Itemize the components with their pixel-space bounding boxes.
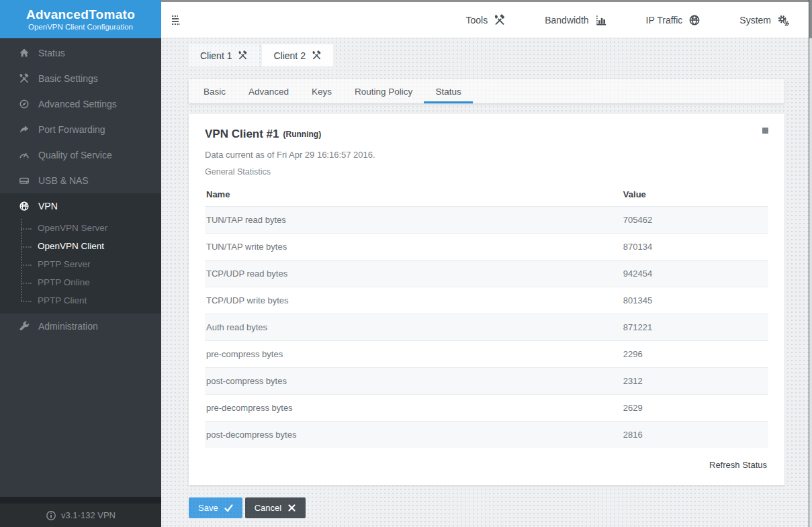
table-row: pre-decompress bytes 2629 — [205, 395, 768, 422]
version-label: v3.1-132 VPN — [61, 510, 116, 520]
topnav-system[interactable]: System — [739, 14, 789, 26]
subitem-label: OpenVPN Client — [38, 241, 104, 251]
footer-shadow — [0, 497, 161, 504]
table-row: Auth read bytes 871221 — [205, 314, 768, 341]
topnav-label: System — [739, 15, 771, 26]
sidebar-item-port-forwarding[interactable]: Port Forwarding — [0, 117, 161, 142]
sidebar-item-basic-settings[interactable]: Basic Settings — [0, 66, 161, 91]
sidebar-item-qos[interactable]: Quality of Service — [0, 142, 161, 168]
sidebar-item-label: Port Forwarding — [38, 124, 105, 135]
sidebar-item-usb-nas[interactable]: USB & NAS — [0, 168, 161, 193]
sidebar-vpn-group: VPN OpenVPN Server OpenVPN Client PPTP S… — [0, 193, 161, 314]
sidebar-item-vpn[interactable]: VPN — [0, 193, 161, 219]
sidebar-subitem-openvpn-client[interactable]: OpenVPN Client — [0, 237, 161, 255]
sidebar-subitem-openvpn-server[interactable]: OpenVPN Server — [0, 219, 161, 237]
refresh-status-link[interactable]: Refresh Status — [709, 460, 767, 470]
tab-status[interactable]: Status — [424, 79, 472, 103]
stat-name: pre-compress bytes — [205, 341, 622, 368]
gauge-icon — [19, 150, 30, 160]
sidebar-item-label: Administration — [38, 321, 98, 332]
stat-name: TUN/TAP write bytes — [205, 234, 622, 260]
tab-basic[interactable]: Basic — [192, 79, 237, 103]
sidebar-item-label: Basic Settings — [38, 73, 98, 84]
tab-client-2[interactable]: Client 2 — [262, 44, 332, 66]
stat-name: post-compress bytes — [205, 368, 622, 395]
stat-name: TCP/UDP write bytes — [205, 287, 622, 314]
tab-keys[interactable]: Keys — [300, 79, 343, 103]
page-subtitle: OpenVPN Client Configuration — [28, 23, 133, 31]
bar-chart-icon — [595, 14, 607, 26]
section-tabs: Basic Advanced Keys Routing Policy Statu… — [189, 79, 784, 103]
running-status: (Running) — [283, 128, 322, 139]
sidebar-item-label: Quality of Service — [38, 150, 112, 160]
topnav-label: IP Traffic — [646, 15, 683, 26]
topbar: Tools Bandwidth IP Traffic System — [161, 0, 812, 38]
action-buttons: Save Cancel — [189, 497, 784, 518]
cancel-button[interactable]: Cancel — [245, 497, 306, 518]
sidebar-item-administration[interactable]: Administration — [0, 314, 161, 339]
tools-icon — [312, 50, 322, 60]
sidebar-item-advanced-settings[interactable]: Advanced Settings — [0, 91, 161, 117]
stat-value: 801345 — [622, 287, 768, 314]
stat-name: TCP/UDP read bytes — [205, 260, 622, 287]
app-title: AdvancedTomato — [26, 7, 135, 22]
tab-advanced[interactable]: Advanced — [237, 79, 300, 103]
tools-icon — [19, 73, 30, 84]
sidebar-item-label: Status — [38, 48, 65, 58]
stat-name: TUN/TAP read bytes — [205, 207, 622, 234]
table-row: TCP/UDP write bytes 801345 — [205, 287, 768, 314]
sidebar-item-label: Advanced Settings — [38, 99, 117, 109]
topnav-ip-traffic[interactable]: IP Traffic — [646, 14, 701, 26]
main-area: Tools Bandwidth IP Traffic System — [161, 0, 812, 527]
table-row: pre-compress bytes 2296 — [205, 341, 768, 368]
stat-value: 2296 — [622, 341, 768, 368]
tab-routing-policy[interactable]: Routing Policy — [343, 79, 424, 103]
sidebar-subitem-pptp-client[interactable]: PPTP Client — [0, 291, 161, 309]
tab-label: Client 2 — [273, 50, 305, 61]
tab-label: Client 1 — [200, 50, 232, 61]
topnav-label: Tools — [466, 15, 488, 26]
tab-client-1[interactable]: Client 1 — [189, 44, 259, 66]
drive-icon — [19, 175, 30, 186]
stat-name: Auth read bytes — [205, 314, 622, 341]
topnav-bandwidth[interactable]: Bandwidth — [545, 14, 606, 26]
save-button[interactable]: Save — [189, 497, 242, 518]
scrollbar[interactable] — [809, 0, 812, 527]
client-tabs: Client 1 Client 2 — [189, 44, 784, 66]
sidebar: AdvancedTomato OpenVPN Client Configurat… — [0, 0, 161, 527]
menu-toggle-icon[interactable] — [171, 13, 189, 28]
cancel-label: Cancel — [255, 503, 281, 513]
forward-arrow-icon — [19, 124, 30, 135]
save-label: Save — [198, 503, 218, 513]
sidebar-item-status[interactable]: Status — [0, 40, 161, 66]
topnav-label: Bandwidth — [545, 15, 588, 26]
sidebar-footer-area: v3.1-132 VPN — [0, 497, 161, 527]
stat-value: 942454 — [622, 260, 768, 287]
stat-name: post-decompress bytes — [205, 422, 622, 448]
table-header-row: Name Value — [205, 183, 768, 207]
table-row: post-decompress bytes 2816 — [205, 422, 768, 448]
column-header-name: Name — [205, 183, 622, 207]
card-title: VPN Client #1 — [205, 128, 279, 141]
subitem-label: OpenVPN Server — [38, 223, 107, 233]
general-statistics-label: General Statistics — [205, 167, 768, 177]
data-current-text: Data current as of Fri Apr 29 16:16:57 2… — [205, 150, 768, 160]
wrench-icon — [19, 321, 30, 332]
home-icon — [19, 48, 30, 58]
tools-icon — [238, 50, 248, 60]
stat-value: 2629 — [622, 395, 768, 422]
stat-value: 870134 — [622, 234, 768, 260]
vpn-submenu: OpenVPN Server OpenVPN Client PPTP Serve… — [0, 219, 161, 314]
content: Client 1 Client 2 Basic Advanced Keys Ro… — [161, 38, 812, 527]
stat-value: 871221 — [622, 314, 768, 341]
sidebar-subitem-pptp-server[interactable]: PPTP Server — [0, 255, 161, 273]
sidebar-item-label: USB & NAS — [38, 175, 89, 186]
collapse-widget-icon[interactable] — [762, 128, 768, 134]
sidebar-item-label: VPN — [38, 201, 58, 211]
stat-name: pre-decompress bytes — [205, 395, 622, 422]
close-icon — [287, 504, 296, 512]
sidebar-subitem-pptp-online[interactable]: PPTP Online — [0, 273, 161, 291]
topnav-tools[interactable]: Tools — [466, 14, 506, 26]
scrollbar-thumb[interactable] — [809, 0, 812, 38]
refresh-row: Refresh Status — [205, 448, 768, 477]
